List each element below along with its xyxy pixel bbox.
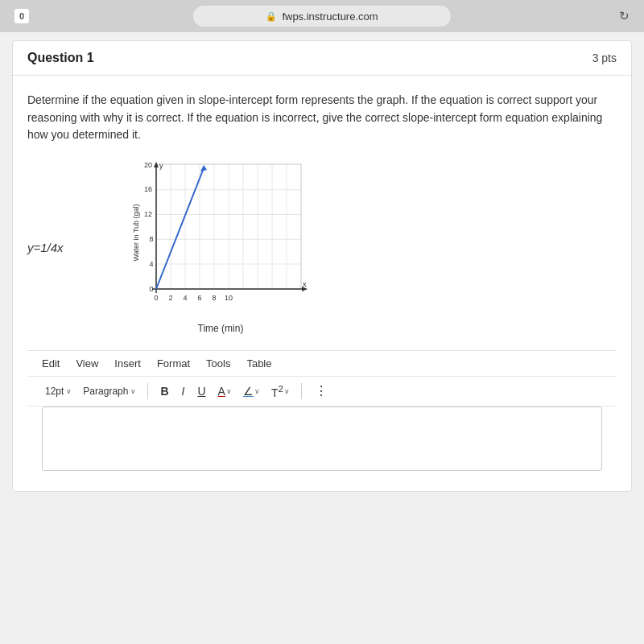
svg-text:4: 4 [149,260,153,268]
question-text: Determine if the equation given in slope… [27,92,617,144]
editor-area: Edit View Insert Format Tools Table 12pt… [27,350,617,471]
svg-text:4: 4 [183,294,187,302]
menu-format[interactable]: Format [157,357,190,369]
browser-bar: 0 🔒 fwps.instructure.com ↻ [0,0,644,32]
tab-icon: 0 [14,9,29,23]
menu-edit[interactable]: Edit [42,357,60,369]
superscript-dropdown[interactable]: T2 ∨ [268,382,293,401]
menu-insert[interactable]: Insert [114,357,141,369]
menu-table[interactable]: Table [246,357,271,369]
svg-text:16: 16 [144,185,152,193]
question-title: Question 1 [27,51,94,65]
question-header: Question 1 3 pts [13,41,631,76]
highlight-arrow: ∨ [254,387,260,395]
graph-container: 0 4 8 12 16 20 0 2 4 6 8 10 [132,160,309,334]
paragraph-select[interactable]: Paragraph ∨ [80,384,139,398]
answer-input-box[interactable] [42,407,602,471]
font-size-value: 12pt [45,386,64,397]
toolbar-divider-1 [147,383,148,399]
svg-text:0: 0 [149,285,153,293]
paragraph-label: Paragraph [83,386,128,397]
underline-button[interactable]: U [193,383,209,399]
editor-toolbar: 12pt ∨ Paragraph ∨ B I U [27,377,617,407]
menu-view[interactable]: View [76,357,98,369]
x-axis-label: Time (min) [198,323,244,334]
svg-text:2: 2 [168,294,172,302]
highlight-dropdown[interactable]: ∠ ∨ [240,383,263,399]
bold-button[interactable]: B [156,383,172,399]
svg-text:x: x [303,280,307,288]
question-card: Question 1 3 pts Determine if the equati… [12,40,632,492]
svg-text:Water in Tub (gal): Water in Tub (gal) [132,204,140,261]
svg-text:12: 12 [144,210,152,218]
svg-text:10: 10 [225,294,233,302]
highlight-label: ∠ [243,385,254,398]
superscript-arrow: ∨ [284,387,290,395]
url-text: fwps.instructure.com [282,10,378,23]
svg-text:20: 20 [144,161,152,169]
more-options-button[interactable]: ⋮ [310,382,332,400]
toolbar-divider-2 [301,383,302,399]
superscript-label: T2 [271,383,283,399]
lock-icon: 🔒 [266,11,277,22]
font-color-label: A [218,385,225,398]
font-size-chevron: ∨ [66,387,72,395]
font-color-dropdown[interactable]: A ∨ [215,383,235,399]
font-size-select[interactable]: 12pt ∨ [42,384,75,398]
graph-svg: 0 4 8 12 16 20 0 2 4 6 8 10 [132,160,309,321]
svg-text:y: y [159,162,163,170]
content-area: y=1/4x [27,160,617,334]
svg-text:8: 8 [149,235,153,243]
address-bar[interactable]: 🔒 fwps.instructure.com [193,6,451,27]
svg-text:6: 6 [197,294,201,302]
italic-button[interactable]: I [178,383,189,399]
font-color-arrow: ∨ [226,387,232,395]
editor-menubar: Edit View Insert Format Tools Table [27,351,617,377]
svg-text:8: 8 [212,294,216,302]
question-points: 3 pts [592,52,617,64]
question-body: Determine if the equation given in slope… [13,76,631,491]
paragraph-chevron: ∨ [130,387,136,395]
refresh-icon[interactable]: ↻ [619,9,630,23]
svg-text:0: 0 [154,294,158,302]
menu-tools[interactable]: Tools [206,357,230,369]
page-content: Question 1 3 pts Determine if the equati… [0,32,644,644]
equation-label: y=1/4x [27,241,92,254]
